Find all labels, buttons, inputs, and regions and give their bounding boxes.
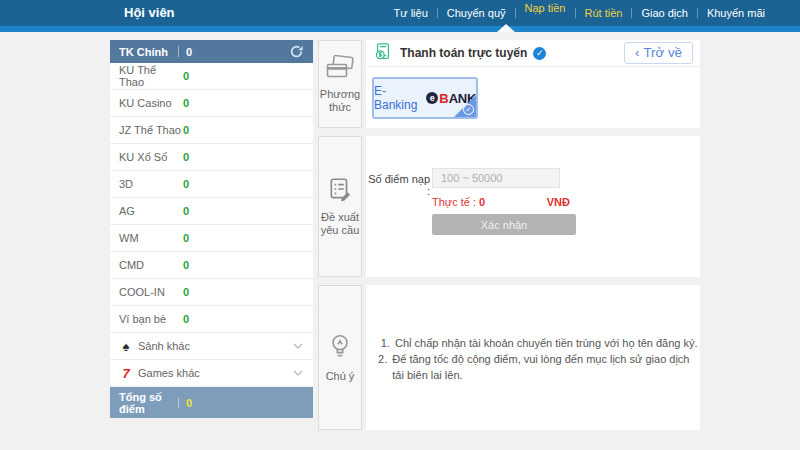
payment-method-header: Thanh toán trực tuyến ✓ ‹ Trở về [366, 40, 700, 67]
balance-row: COOL-IN 0 [110, 279, 313, 306]
deposit-form-panel: Số điểm nạp : Thực tế :0 VNĐ Xác nhận [366, 136, 700, 277]
balance-value: 0 [183, 70, 189, 82]
balance-label: KU Thể Thao [119, 64, 183, 88]
total-points-label: Tổng số điểm [119, 391, 178, 415]
notes-list: 1. Chỉ chấp nhận tài khoản chuyển tiền t… [374, 335, 700, 383]
selected-check-icon: ✓ [463, 104, 474, 115]
balance-row: WM 0 [110, 225, 313, 252]
amount-input[interactable] [432, 168, 560, 188]
section-label-method: Phương thức [318, 40, 362, 128]
lightbulb-icon [328, 333, 352, 364]
nav-item-khuyen-mai[interactable]: Khuyến mãi [698, 7, 774, 19]
top-navigation: Tư liệu Chuyển quỹ Nạp tiền Rút tiền Gia… [385, 0, 774, 26]
balance-value: 0 [183, 97, 189, 109]
balance-row: 3D 0 [110, 171, 313, 198]
balance-label: WM [119, 232, 183, 244]
ebank-logo-e: e [426, 92, 438, 104]
sidebar-item-games-khac[interactable]: 7 Games khác [110, 360, 313, 387]
credit-cards-icon [326, 55, 354, 82]
balance-value: 0 [183, 205, 189, 217]
note-text: Để tăng tốc độ cộng điểm, vui lòng đến m… [392, 351, 700, 383]
ebanking-option[interactable]: E-Banking e B ANK ✓ [372, 77, 478, 119]
balance-row: AG 0 [110, 198, 313, 225]
balance-value: 0 [183, 232, 189, 244]
nav-item-tu-lieu[interactable]: Tư liệu [385, 7, 437, 19]
amount-label: Số điểm nạp : [366, 173, 430, 197]
note-number: 1. [374, 335, 390, 351]
back-button[interactable]: ‹ Trở về [624, 42, 693, 64]
payment-method-title: Thanh toán trực tuyến [400, 46, 527, 60]
main-account-value: 0 [186, 46, 192, 58]
nav-item-nap-tien[interactable]: Nạp tiền [516, 2, 575, 14]
note-item: 1. Chỉ chấp nhận tài khoản chuyển tiền t… [374, 335, 700, 351]
balance-row: Ví bạn bè 0 [110, 306, 313, 333]
nav-item-chuyen-quy[interactable]: Chuyển quỹ [438, 7, 515, 19]
page-title: Hội viên [124, 0, 175, 26]
notes-panel: 1. Chỉ chấp nhận tài khoản chuyển tiền t… [366, 285, 700, 430]
chevron-down-icon [293, 370, 303, 376]
nav-item-rut-tien[interactable]: Rút tiền [576, 7, 632, 19]
section-label-request: Đề xuất yêu cầu [318, 136, 362, 277]
currency-label: VNĐ [547, 196, 570, 208]
section-label-text: Phương thức [319, 88, 361, 114]
seven-icon: 7 [119, 366, 133, 381]
balance-label: AG [119, 205, 183, 217]
check-circle-icon: ✓ [533, 47, 546, 60]
sidebar-item-sanh-khac[interactable]: ♠ Sảnh khác [110, 333, 313, 360]
back-chevron-icon: ‹ [635, 48, 639, 58]
total-points-row: Tổng số điểm 0 [110, 387, 313, 418]
payment-method-panel: Thanh toán trực tuyến ✓ ‹ Trở về E-Banki… [366, 40, 700, 128]
balance-label: 3D [119, 178, 183, 190]
main-account-label: TK Chính [119, 46, 178, 58]
balance-label: CMD [119, 259, 183, 271]
section-label-text: Đề xuất yêu cầu [319, 211, 361, 237]
money-stack-icon [373, 42, 393, 64]
divider [178, 46, 179, 57]
balance-label: KU Casino [119, 97, 183, 109]
balance-value: 0 [183, 313, 189, 325]
active-tab-pointer [497, 24, 515, 32]
refresh-icon[interactable] [290, 45, 303, 58]
confirm-button[interactable]: Xác nhận [432, 214, 576, 235]
actual-label: Thực tế : [432, 196, 476, 208]
balance-row: KU Thể Thao 0 [110, 63, 313, 90]
back-button-label: Trở về [643, 45, 682, 60]
request-form-icon [327, 176, 353, 205]
ebanking-label: E-Banking [374, 84, 421, 112]
balance-value: 0 [183, 178, 189, 190]
section-label-text: Chú ý [326, 370, 355, 383]
note-item: 2. Để tăng tốc độ cộng điểm, vui lòng đế… [374, 351, 700, 383]
header-accent-strip [0, 26, 800, 32]
balance-value: 0 [183, 124, 189, 136]
balance-row: KU Xổ Số 0 [110, 144, 313, 171]
balance-row: KU Casino 0 [110, 90, 313, 117]
ebank-logo-b: B [439, 91, 448, 106]
balance-label: JZ Thể Thao [119, 124, 183, 136]
main-account-row: TK Chính 0 [110, 40, 313, 63]
balance-label: Ví bạn bè [119, 313, 183, 325]
spade-icon: ♠ [119, 339, 133, 354]
balance-label: COOL-IN [119, 286, 183, 298]
actual-amount-row: Thực tế :0 VNĐ [432, 196, 570, 208]
divider [178, 397, 179, 408]
balance-value: 0 [183, 286, 189, 298]
chevron-down-icon [293, 343, 303, 349]
balance-value: 0 [183, 151, 189, 163]
expand-label: Sảnh khác [138, 340, 190, 352]
balance-sidebar: TK Chính 0 KU Thể Thao 0 KU Casino 0 JZ … [110, 40, 313, 418]
balance-row: JZ Thể Thao 0 [110, 117, 313, 144]
balance-row: CMD 0 [110, 252, 313, 279]
actual-value: 0 [479, 196, 485, 208]
top-bar: Hội viên Tư liệu Chuyển quỹ Nạp tiền Rút… [0, 0, 800, 26]
expand-label: Games khác [138, 367, 200, 379]
nav-item-giao-dich[interactable]: Giao dịch [632, 7, 696, 19]
note-number: 2. [374, 351, 387, 383]
balance-value: 0 [183, 259, 189, 271]
balance-label: KU Xổ Số [119, 151, 183, 163]
note-text: Chỉ chấp nhận tài khoản chuyển tiền trùn… [395, 335, 698, 351]
total-points-value: 0 [186, 397, 192, 409]
section-label-notes: Chú ý [318, 285, 362, 430]
